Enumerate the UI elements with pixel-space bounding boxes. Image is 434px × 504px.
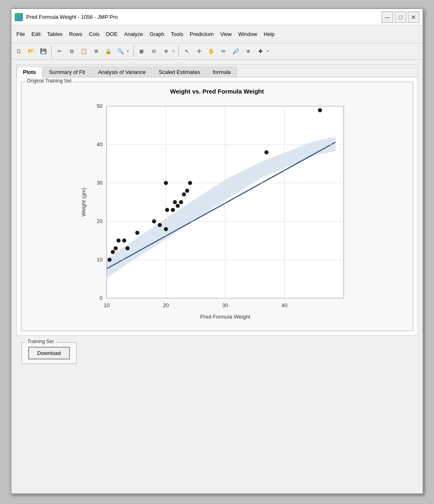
svg-text:10: 10 — [104, 302, 110, 308]
tb-copy[interactable]: ⧉ — [66, 46, 77, 57]
tab-plots[interactable]: Plots — [17, 67, 42, 78]
tab-formula[interactable]: formula — [207, 67, 237, 77]
tb-zoom[interactable]: 🔎 — [230, 46, 242, 57]
scatter-chart: 0 10 20 30 40 50 10 20 30 40 — [78, 98, 356, 327]
svg-point-45 — [164, 181, 168, 185]
svg-text:20: 20 — [163, 302, 169, 308]
menu-predictum[interactable]: Predictum — [186, 29, 217, 39]
svg-point-41 — [179, 200, 183, 204]
original-training-set-frame: Original Training Set Weight vs. Pred Fo… — [21, 82, 413, 331]
main-window: Pred Formula Weight - 1056 - JMP Pro — □… — [11, 8, 423, 494]
svg-point-33 — [135, 231, 139, 235]
svg-point-34 — [152, 219, 156, 223]
close-button[interactable]: ✕ — [408, 11, 419, 23]
tab-bar: Plots Summary of Fit Analysis of Varianc… — [17, 65, 417, 78]
menu-view[interactable]: View — [217, 29, 235, 39]
tb-col[interactable]: ⊟ — [148, 46, 159, 57]
bottom-section: Training Set Download — [16, 336, 418, 370]
menu-file[interactable]: File — [13, 29, 28, 39]
tab-panel: Plots Summary of Fit Analysis of Varianc… — [16, 65, 418, 336]
tb-cross[interactable]: ✚ — [255, 46, 266, 57]
tb-cut[interactable]: ✂ — [54, 46, 65, 57]
training-set-label: Training Set — [26, 339, 55, 344]
minimize-button[interactable]: — — [382, 11, 393, 23]
tb-arrow3[interactable]: ▾ — [267, 49, 271, 53]
svg-point-31 — [122, 239, 126, 243]
chart-title: Weight vs. Pred Formula Weight — [24, 88, 410, 95]
menu-bar: File Edit Tables Rows Cols DOE Analyze G… — [11, 25, 423, 43]
menu-rows[interactable]: Rows — [66, 29, 86, 39]
tab-content-plots: Original Training Set Weight vs. Pred Fo… — [17, 78, 417, 335]
svg-point-42 — [182, 192, 186, 196]
svg-text:20: 20 — [97, 218, 103, 224]
tb-save[interactable]: 💾 — [38, 46, 49, 57]
menu-tools[interactable]: Tools — [168, 29, 186, 39]
tab-analysis-of-variance[interactable]: Analysis of Variance — [92, 67, 152, 77]
svg-text:50: 50 — [97, 103, 103, 109]
svg-point-39 — [173, 200, 177, 204]
maximize-button[interactable]: □ — [395, 11, 406, 23]
svg-text:40: 40 — [97, 141, 103, 147]
svg-text:Pred Formula Weight: Pred Formula Weight — [200, 314, 251, 320]
tb-open[interactable]: 📂 — [25, 46, 37, 57]
svg-point-30 — [116, 239, 121, 243]
chart-wrapper: 0 10 20 30 40 50 10 20 30 40 — [24, 96, 410, 328]
tb-hand[interactable]: ✋ — [206, 46, 217, 57]
svg-point-37 — [165, 208, 169, 212]
window-title: Pred Formula Weight - 1056 - JMP Pro — [26, 14, 378, 20]
tb-paste[interactable]: 📋 — [78, 46, 89, 57]
tb-arrow2[interactable]: ▾ — [172, 49, 177, 53]
tb-table[interactable]: ▦ — [136, 46, 147, 57]
svg-point-46 — [264, 150, 268, 154]
toolbar: 🗋 📂 💾 ✂ ⧉ 📋 ⊞ 🔒 🔍 ▾ ▦ ⊟ ⊕ ▾ ↖ ✛ ✋ ✏ 🔎 ⊕ … — [11, 43, 423, 60]
svg-text:40: 40 — [282, 302, 287, 308]
tb-brush[interactable]: ✏ — [218, 46, 229, 57]
svg-point-47 — [318, 108, 322, 112]
svg-text:10: 10 — [97, 256, 103, 263]
menu-window[interactable]: Window — [235, 29, 260, 39]
tb-search[interactable]: 🔍 — [115, 46, 126, 57]
tb-sep1 — [51, 46, 51, 57]
frame-legend-label: Original Training Set — [25, 78, 73, 84]
menu-tables[interactable]: Tables — [44, 29, 66, 39]
menu-graph[interactable]: Graph — [146, 29, 168, 39]
svg-point-29 — [114, 246, 118, 250]
download-button[interactable]: Download — [28, 347, 70, 359]
tb-zoomin[interactable]: ⊕ — [242, 46, 254, 57]
svg-point-40 — [176, 204, 180, 208]
svg-point-38 — [171, 208, 175, 212]
svg-point-36 — [164, 227, 168, 231]
tb-ref[interactable]: ⊞ — [90, 46, 102, 57]
menu-doe[interactable]: DOE — [103, 29, 121, 39]
tb-move[interactable]: ✛ — [193, 46, 205, 57]
svg-text:30: 30 — [222, 302, 228, 308]
tb-add[interactable]: ⊕ — [160, 46, 172, 57]
menu-edit[interactable]: Edit — [28, 29, 44, 39]
tb-sep3 — [179, 46, 179, 57]
tb-arrow1[interactable]: ▾ — [127, 49, 131, 53]
svg-point-35 — [158, 223, 162, 227]
svg-text:0: 0 — [100, 295, 103, 301]
app-icon — [15, 13, 23, 21]
svg-point-28 — [111, 250, 115, 254]
tab-summary-of-fit[interactable]: Summary of Fit — [43, 67, 91, 77]
training-set-box: Training Set Download — [21, 342, 77, 364]
svg-point-43 — [185, 189, 189, 193]
svg-text:Weight (gm): Weight (gm) — [81, 188, 87, 217]
menu-cols[interactable]: Cols — [85, 29, 103, 39]
title-bar: Pred Formula Weight - 1056 - JMP Pro — □… — [11, 9, 423, 25]
tb-lock[interactable]: 🔒 — [103, 46, 114, 57]
menu-analyze[interactable]: Analyze — [121, 29, 146, 39]
svg-point-44 — [188, 181, 192, 185]
svg-point-27 — [107, 258, 112, 262]
tb-pointer[interactable]: ↖ — [181, 46, 192, 57]
tb-sep2 — [133, 46, 134, 57]
window-controls: — □ ✕ — [382, 11, 419, 23]
menu-help[interactable]: Help — [260, 29, 278, 39]
tab-scaled-estimates[interactable]: Scaled Estimates — [153, 67, 206, 77]
svg-point-32 — [125, 246, 130, 250]
main-content: Plots Summary of Fit Analysis of Varianc… — [11, 60, 423, 493]
tb-new[interactable]: 🗋 — [13, 46, 25, 57]
svg-text:30: 30 — [97, 180, 103, 186]
